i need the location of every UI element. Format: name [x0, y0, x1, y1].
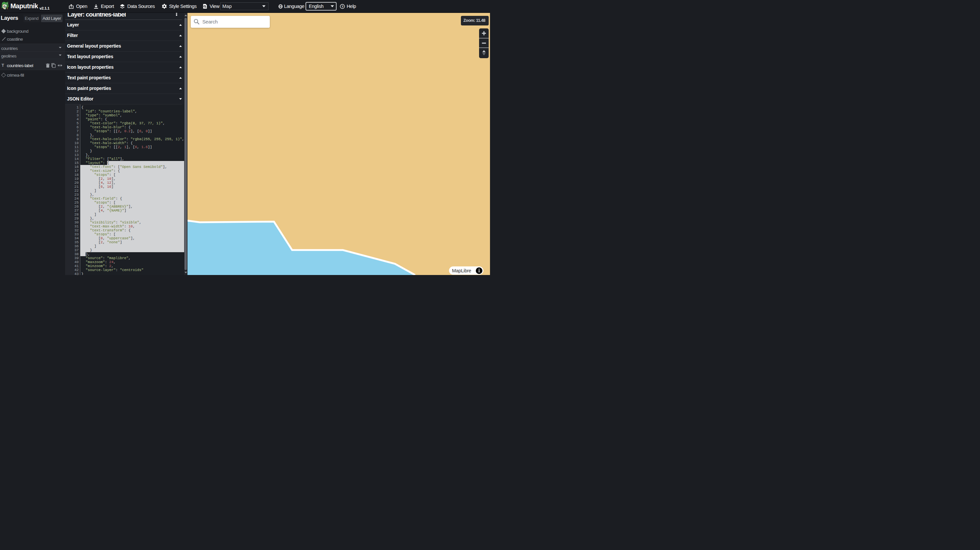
- svg-text:?: ?: [342, 5, 343, 8]
